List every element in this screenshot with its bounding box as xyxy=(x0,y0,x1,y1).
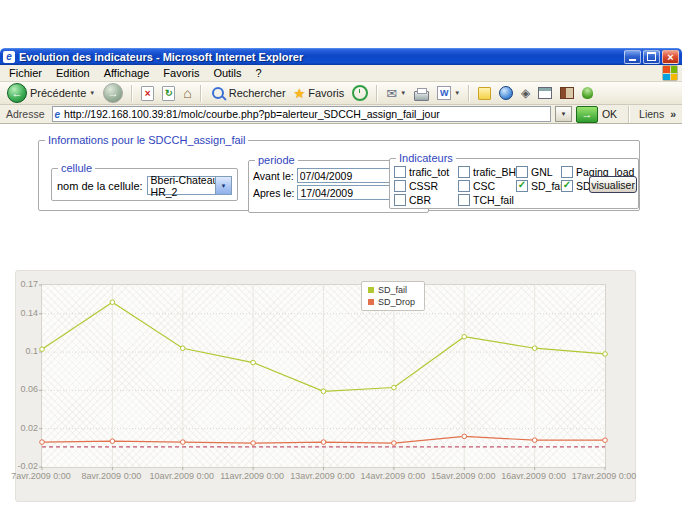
forward-arrow-icon: → xyxy=(103,83,123,103)
toolbar-separator xyxy=(468,85,470,102)
y-tick-label: 0.02 xyxy=(16,423,38,433)
x-tick-label: 17avr.2009 0:00 xyxy=(562,471,646,481)
checkbox-label: SD_fail xyxy=(531,180,565,192)
periode-legend: periode xyxy=(255,154,298,166)
unchecked-checkbox-icon[interactable] xyxy=(394,166,406,178)
window-controls: × xyxy=(624,50,679,64)
legend-item-SD_fail: SD_fail xyxy=(368,285,415,295)
go-button[interactable]: → xyxy=(576,106,598,123)
checkbox-label: TCH_fail xyxy=(473,194,514,206)
research-button[interactable] xyxy=(535,86,555,100)
edit-caret-icon[interactable]: ▼ xyxy=(454,90,460,96)
go-button-label[interactable]: OK xyxy=(602,108,621,120)
checkbox-label: GNL xyxy=(531,166,553,178)
stop-icon: × xyxy=(141,86,154,101)
checkbox-CBR[interactable]: CBR xyxy=(394,194,458,206)
unchecked-checkbox-icon[interactable] xyxy=(458,180,470,192)
checkbox-CSC[interactable]: CSC xyxy=(458,180,516,192)
visualiser-button[interactable]: visualiser xyxy=(589,176,637,193)
messenger-button[interactable] xyxy=(579,86,596,100)
screen: e Evolution des indicateurs - Microsoft … xyxy=(0,0,682,512)
address-url: http://192.168.100.39:81/molc/courbe.php… xyxy=(64,108,440,120)
mail-button[interactable]: ✉ ▼ xyxy=(383,86,409,101)
checkbox-trafic_BH[interactable]: trafic_BH xyxy=(458,166,516,178)
cellule-legend: cellule xyxy=(58,162,95,174)
checkbox-TCH_fail[interactable]: TCH_fail xyxy=(458,194,516,206)
legend-swatch xyxy=(368,287,374,293)
data-point-SD_fail xyxy=(40,347,45,352)
ie-favicon: e xyxy=(55,109,61,120)
close-button[interactable]: × xyxy=(662,50,679,64)
history-button[interactable] xyxy=(349,84,371,102)
history-clock-icon xyxy=(352,85,368,101)
unchecked-checkbox-icon[interactable] xyxy=(394,180,406,192)
address-input[interactable]: e http://192.168.100.39:81/molc/courbe.p… xyxy=(52,106,551,122)
edit-word-button[interactable]: W ▼ xyxy=(434,85,463,101)
menu-item-edition[interactable]: Edition xyxy=(49,66,97,80)
search-button[interactable]: Rechercher xyxy=(207,84,289,102)
cell-select[interactable]: Bberi-Chateau-HR_2 ▼ xyxy=(147,176,232,195)
forward-button[interactable]: → xyxy=(100,82,126,104)
back-label: Précédente xyxy=(30,87,86,99)
indicateurs-legend: Indicateurs xyxy=(396,152,456,164)
select-arrow-icon[interactable]: ▼ xyxy=(215,177,231,194)
y-tick-label: 0.14 xyxy=(16,308,38,318)
stop-button[interactable]: × xyxy=(138,85,157,102)
discuss-button[interactable]: ◈ xyxy=(518,86,533,100)
back-button[interactable]: ← Précédente ▼ xyxy=(4,82,98,104)
data-point-SD_fail xyxy=(321,389,326,394)
checkbox-CSSR[interactable]: CSSR xyxy=(394,180,458,192)
checkbox-trafic_tot[interactable]: trafic_tot xyxy=(394,166,458,178)
address-dropdown-button[interactable]: ▼ xyxy=(555,106,572,122)
restore-button[interactable] xyxy=(643,50,660,64)
unchecked-checkbox-icon[interactable] xyxy=(516,166,528,178)
menu-item-affichage[interactable]: Affichage xyxy=(97,66,157,80)
home-button[interactable]: ⌂ xyxy=(180,85,194,101)
mail-caret-icon[interactable]: ▼ xyxy=(400,90,406,96)
toolbar-separator xyxy=(200,85,202,102)
legend-swatch xyxy=(368,299,374,305)
unchecked-checkbox-icon[interactable] xyxy=(458,166,470,178)
menu-item-fichier[interactable]: Fichier xyxy=(2,66,49,80)
back-caret-icon[interactable]: ▼ xyxy=(89,90,95,96)
checkbox-label: trafic_tot xyxy=(409,166,449,178)
cell-name-label: nom de la cellule: xyxy=(57,180,143,192)
window-title: Evolution des indicateurs - Microsoft In… xyxy=(19,51,624,63)
address-label: Adresse xyxy=(3,108,48,120)
toolbar: ← Précédente ▼ → × ↻ ⌂ Rechercher xyxy=(0,82,682,105)
window-panel-icon xyxy=(538,87,552,99)
info-fieldset: Informations pour le SDCCH_assign_fail c… xyxy=(38,134,640,211)
links-chevron-icon[interactable]: » xyxy=(670,108,679,120)
checkbox-SD_fail[interactable]: ✓SD_fail xyxy=(516,180,561,192)
toolbar-separator xyxy=(131,85,133,102)
links-label[interactable]: Liens xyxy=(637,108,666,120)
menu-item-aide[interactable]: ? xyxy=(249,66,269,80)
checked-checkbox-icon[interactable]: ✓ xyxy=(516,180,528,192)
print-button[interactable] xyxy=(411,85,432,102)
book-icon xyxy=(560,87,574,99)
checkbox-label: CSSR xyxy=(409,180,438,192)
unchecked-checkbox-icon[interactable] xyxy=(458,194,470,206)
search-icon xyxy=(212,87,224,99)
globe-clock-icon xyxy=(499,86,513,100)
unchecked-checkbox-icon[interactable] xyxy=(561,166,573,178)
y-tick-label: 0.1 xyxy=(16,346,38,356)
page-content: Informations pour le SDCCH_assign_fail c… xyxy=(0,124,682,512)
toolbar-separator xyxy=(376,85,378,102)
unchecked-checkbox-icon[interactable] xyxy=(394,194,406,206)
minimize-button[interactable] xyxy=(624,50,641,64)
favorites-star-icon: ★ xyxy=(294,87,306,100)
favorites-button[interactable]: ★ Favoris xyxy=(291,86,348,101)
encarta-button[interactable] xyxy=(557,86,577,100)
realplayer-button[interactable] xyxy=(496,85,516,101)
refresh-button[interactable]: ↻ xyxy=(159,85,178,102)
checked-checkbox-icon[interactable]: ✓ xyxy=(561,180,573,192)
windows-logo-icon xyxy=(662,65,678,81)
avant-label: Avant le: xyxy=(253,170,294,182)
checkbox-GNL[interactable]: GNL xyxy=(516,166,561,178)
data-point-SD_fail xyxy=(462,334,467,339)
back-arrow-icon: ← xyxy=(7,83,27,103)
menu-item-outils[interactable]: Outils xyxy=(206,66,248,80)
menu-item-favoris[interactable]: Favoris xyxy=(156,66,206,80)
notes-button[interactable] xyxy=(475,86,494,101)
